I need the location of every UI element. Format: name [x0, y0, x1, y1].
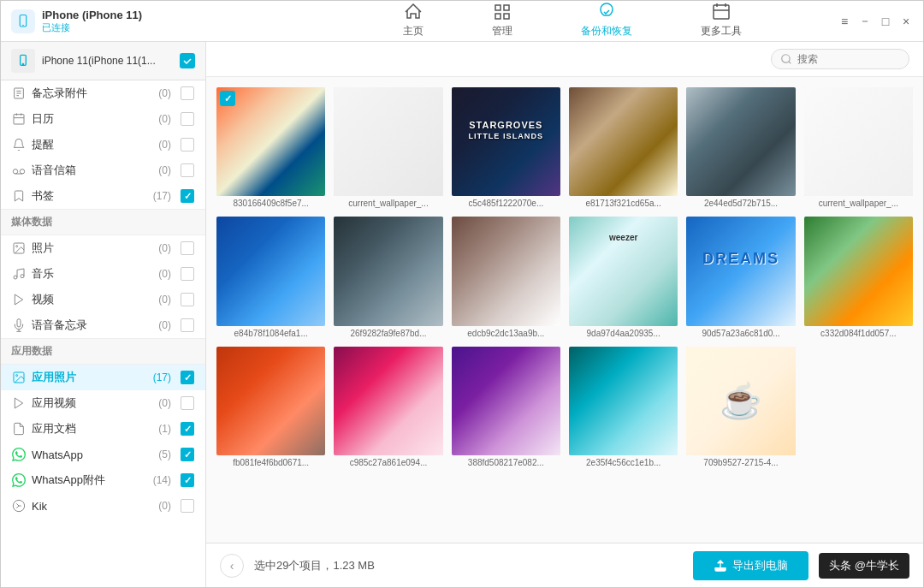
- sidebar-device-item[interactable]: iPhone 11(iPhone 11(1...: [1, 42, 205, 80]
- sidebar-bookmark-count: (17): [153, 190, 171, 202]
- photo-name: 26f9282fa9fe87bd...: [334, 329, 442, 338]
- app-video-icon: [11, 395, 27, 411]
- sidebar-item-whatsapp[interactable]: WhatsApp (5): [1, 442, 205, 467]
- sidebar-photos-count: (0): [158, 242, 171, 254]
- nav-home[interactable]: 主页: [369, 0, 458, 45]
- app-docs-checkbox[interactable]: [181, 422, 194, 436]
- nav-tools[interactable]: 更多工具: [666, 0, 776, 45]
- sidebar-voice-memo-count: (0): [158, 319, 171, 331]
- list-item[interactable]: 2e35f4c56cc1e1b...: [569, 347, 678, 467]
- list-item[interactable]: current_wallpaper_...: [804, 87, 913, 208]
- bookmark-icon: [11, 188, 27, 204]
- sidebar-item-photos[interactable]: 照片 (0): [1, 235, 205, 261]
- sidebar-item-app-docs[interactable]: 应用文档 (1): [1, 416, 205, 442]
- reminder-checkbox[interactable]: [181, 138, 194, 151]
- photo-name: 388fd508217e082...: [452, 458, 560, 467]
- app-photos-checkbox[interactable]: [181, 371, 194, 384]
- sidebar-voicemail-label: 语音信箱: [32, 163, 153, 178]
- list-item[interactable]: e81713f321cd65a...: [569, 87, 678, 208]
- whatsapp-icon: [11, 447, 27, 462]
- sidebar: iPhone 11(iPhone 11(1... 备忘录附件 (0) 日历: [1, 42, 206, 587]
- svg-point-17: [13, 169, 17, 174]
- sidebar-photos-label: 照片: [32, 241, 153, 256]
- svg-rect-4: [495, 14, 500, 19]
- whatsapp-checkbox[interactable]: [181, 448, 194, 461]
- app-video-checkbox[interactable]: [181, 396, 194, 410]
- list-item[interactable]: weezer 9da97d4aa20935...: [569, 217, 678, 337]
- list-item[interactable]: ☕ 709b9527-2715-4...: [686, 347, 795, 467]
- sidebar-voice-memo-label: 语音备忘录: [32, 318, 153, 333]
- video-checkbox[interactable]: [181, 293, 194, 306]
- sidebar-notes-attach-count: (0): [158, 87, 171, 99]
- list-item[interactable]: DREAMS 90d57a23a6c81d0...: [686, 217, 795, 337]
- sidebar-whatsapp-count: (5): [158, 448, 171, 460]
- sidebar-item-reminder[interactable]: 提醒 (0): [1, 132, 205, 157]
- search-input[interactable]: [797, 53, 900, 65]
- list-item[interactable]: STARGROVESLITTLE ISLANDS c5c485f1222070e…: [452, 87, 560, 208]
- sidebar-item-calendar[interactable]: 日历 (0): [1, 106, 205, 132]
- svg-rect-2: [495, 5, 500, 10]
- photos-checkbox[interactable]: [181, 241, 194, 255]
- sidebar-kik-label: Kik: [32, 500, 153, 513]
- svg-point-1: [22, 24, 24, 26]
- nav-manage[interactable]: 管理: [458, 0, 547, 45]
- whatsapp-attach-icon: [11, 472, 27, 488]
- sidebar-item-whatsapp-attach[interactable]: WhatsApp附件 (14): [1, 467, 205, 493]
- list-item[interactable]: c985c27a861e094...: [334, 347, 442, 467]
- device-small-icon: [11, 49, 35, 73]
- device-status: 已连接: [42, 21, 307, 34]
- nav-manage-label: 管理: [492, 24, 512, 39]
- list-item[interactable]: e84b78f1084efa1...: [216, 217, 325, 337]
- kik-icon: [11, 498, 27, 514]
- minimize-button[interactable]: －: [858, 15, 872, 28]
- prev-page-button[interactable]: ‹: [220, 554, 244, 578]
- photo-name: c985c27a861e094...: [334, 458, 442, 467]
- svg-point-23: [21, 275, 24, 278]
- close-button[interactable]: ×: [899, 15, 913, 28]
- svg-marker-29: [15, 398, 22, 408]
- svg-point-21: [16, 246, 18, 247]
- voicemail-checkbox[interactable]: [181, 163, 194, 177]
- export-button[interactable]: 导出到电脑: [693, 551, 808, 580]
- maximize-button[interactable]: □: [879, 15, 892, 28]
- sidebar-item-video[interactable]: 视频 (0): [1, 287, 205, 312]
- bookmark-checkbox[interactable]: [181, 189, 194, 203]
- sidebar-item-notes-attach[interactable]: 备忘录附件 (0): [1, 80, 205, 106]
- photos-icon: [11, 241, 27, 256]
- notes-attach-checkbox[interactable]: [181, 86, 194, 100]
- app-photos-icon: [11, 370, 27, 385]
- sidebar-item-bookmark[interactable]: 书签 (17): [1, 183, 205, 209]
- list-item[interactable]: current_wallpaper_...: [334, 87, 442, 208]
- kik-checkbox[interactable]: [181, 499, 194, 513]
- search-bar: [206, 42, 923, 77]
- menu-icon[interactable]: ≡: [838, 15, 851, 28]
- sidebar-whatsapp-attach-count: (14): [153, 474, 171, 486]
- sidebar-item-app-video[interactable]: 应用视频 (0): [1, 390, 205, 416]
- music-icon: [11, 266, 27, 282]
- list-item[interactable]: 830166409c8f5e7...: [216, 87, 325, 208]
- list-item[interactable]: edcb9c2dc13aa9b...: [452, 217, 560, 337]
- sidebar-kik-count: (0): [158, 500, 171, 512]
- list-item[interactable]: 2e44ed5d72b715...: [686, 87, 795, 208]
- sidebar-item-voice-memo[interactable]: 语音备忘录 (0): [1, 312, 205, 338]
- app-section-header: 应用数据: [1, 338, 205, 365]
- music-checkbox[interactable]: [181, 267, 194, 281]
- sidebar-item-voicemail[interactable]: 语音信箱 (0): [1, 157, 205, 183]
- nav-home-label: 主页: [403, 24, 424, 39]
- calendar-checkbox[interactable]: [181, 112, 194, 126]
- list-item[interactable]: fb081fe4f6bd0671...: [216, 347, 325, 467]
- sidebar-item-kik[interactable]: Kik (0): [1, 493, 205, 519]
- search-icon: [780, 53, 792, 65]
- photo-name: e81713f321cd65a...: [569, 199, 678, 208]
- nav-backup[interactable]: 备份和恢复: [547, 0, 666, 45]
- list-item[interactable]: 26f9282fa9fe87bd...: [334, 217, 442, 337]
- list-item[interactable]: c332d084f1dd057...: [804, 217, 913, 337]
- whatsapp-attach-checkbox[interactable]: [181, 473, 194, 487]
- sidebar-app-video-label: 应用视频: [32, 395, 153, 411]
- sidebar-device-name: iPhone 11(iPhone 11(1...: [42, 55, 180, 67]
- list-item[interactable]: 388fd508217e082...: [452, 347, 560, 467]
- sidebar-item-app-photos[interactable]: 应用照片 (17): [1, 365, 205, 390]
- sidebar-item-music[interactable]: 音乐 (0): [1, 261, 205, 287]
- svg-point-18: [20, 169, 24, 174]
- voice-memo-checkbox[interactable]: [181, 318, 194, 332]
